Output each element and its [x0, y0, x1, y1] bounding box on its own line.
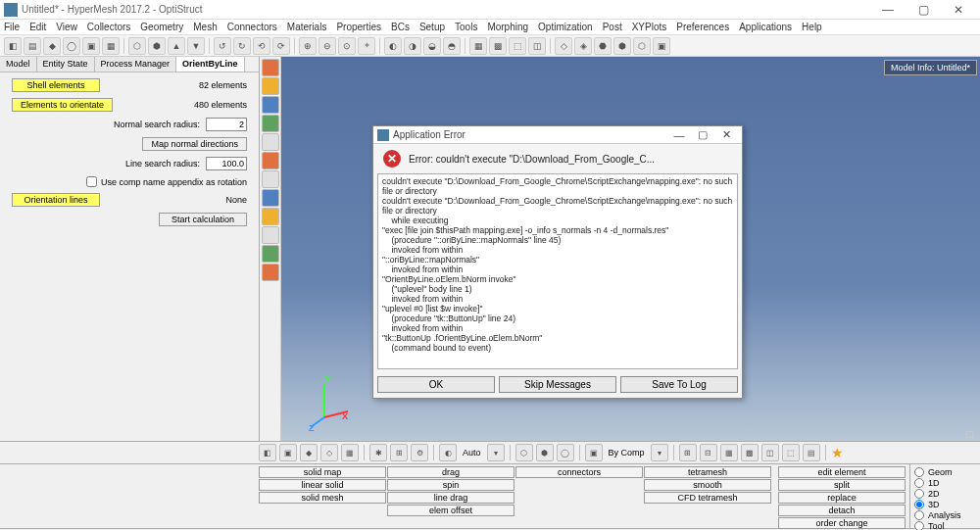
toolbar-icon[interactable]: ◯ [63, 37, 80, 55]
toolbar-icon[interactable]: ⬚ [509, 37, 526, 55]
cmd-cfd-tetramesh[interactable]: CFD tetramesh [644, 492, 771, 504]
vtool-icon[interactable] [262, 245, 279, 263]
save-to-log-button[interactable]: Save To Log [620, 376, 738, 393]
vtb-icon[interactable]: ▦ [341, 444, 359, 461]
vtb-icon[interactable]: ⬚ [782, 444, 800, 461]
vtool-icon[interactable] [262, 59, 279, 76]
line-search-radius-input[interactable] [206, 157, 247, 170]
toolbar-icon[interactable]: ▼ [187, 37, 205, 55]
toolbar-icon[interactable]: ⊖ [318, 37, 336, 55]
menu-post[interactable]: Post [603, 22, 622, 32]
cmd-smooth[interactable]: smooth [644, 479, 771, 491]
cmd-connectors[interactable]: connectors [515, 466, 643, 478]
menu-mesh[interactable]: Mesh [193, 22, 217, 32]
bycomp-label[interactable]: By Comp [606, 448, 648, 458]
toolbar-icon[interactable]: ⬢ [613, 37, 631, 55]
menu-collectors[interactable]: Collectors [87, 22, 130, 32]
radio-1d[interactable] [914, 478, 924, 488]
toolbar-icon[interactable]: ◈ [574, 37, 592, 55]
radio-geom[interactable] [914, 467, 924, 477]
tab-model[interactable]: Model [0, 57, 37, 72]
vtb-icon[interactable]: ◫ [761, 444, 779, 461]
cmd-split[interactable]: split [778, 479, 906, 491]
cmd-elem-offset[interactable]: elem offset [387, 505, 514, 516]
menu-file[interactable]: File [4, 22, 20, 32]
cmd-solid-map[interactable]: solid map [259, 466, 386, 478]
vtool-icon[interactable] [262, 170, 279, 188]
maximize-button[interactable]: ▢ [906, 3, 941, 17]
toolbar-icon[interactable]: ⊕ [299, 37, 317, 55]
toolbar-icon[interactable]: ↺ [214, 37, 231, 55]
vtool-icon[interactable] [262, 189, 279, 207]
vtb-icon[interactable]: ⊟ [700, 444, 717, 461]
orientation-lines-button[interactable]: Orientation lines [12, 193, 100, 207]
vtool-icon[interactable] [262, 208, 279, 225]
toolbar-icon[interactable]: ⟲ [253, 37, 270, 55]
tab-process-manager[interactable]: Process Manager [95, 57, 177, 72]
favorite-icon[interactable]: ★ [831, 445, 844, 460]
vtb-icon[interactable]: ◐ [439, 444, 457, 461]
toolbar-icon[interactable]: ⬡ [633, 37, 651, 55]
toolbar-icon[interactable]: ⟳ [272, 37, 290, 55]
vtool-icon[interactable] [262, 264, 279, 281]
vtb-icon[interactable]: ⬡ [515, 444, 533, 461]
menu-setup[interactable]: Setup [419, 22, 445, 32]
toolbar-icon[interactable]: ▦ [469, 37, 487, 55]
tab-orientbyline[interactable]: OrientByLine [176, 57, 245, 72]
menu-applications[interactable]: Applications [739, 22, 792, 32]
vtool-icon[interactable] [262, 152, 279, 169]
toolbar-icon[interactable]: ⌖ [358, 37, 375, 55]
vtb-icon[interactable]: ▣ [585, 444, 603, 461]
radio-analysis[interactable] [914, 510, 924, 520]
viewport-corner-icon[interactable]: ◱ [965, 429, 974, 439]
toolbar-icon[interactable]: ◫ [528, 37, 546, 55]
menu-edit[interactable]: Edit [29, 22, 46, 32]
toolbar-icon[interactable]: ◑ [404, 37, 421, 55]
vtb-icon[interactable]: ▤ [803, 444, 820, 461]
dialog-close-button[interactable]: ✕ [714, 128, 738, 141]
cmd-order-change[interactable]: order change [778, 517, 906, 529]
menu-preferences[interactable]: Preferences [676, 22, 729, 32]
normal-search-radius-input[interactable] [206, 118, 247, 131]
menu-optimization[interactable]: Optimization [538, 22, 593, 32]
start-calculation-button[interactable]: Start calculation [159, 213, 247, 226]
toolbar-icon[interactable]: ▣ [653, 37, 670, 55]
vtb-icon[interactable]: ▩ [741, 444, 759, 461]
menu-bcs[interactable]: BCs [391, 22, 410, 32]
cmd-solid-mesh[interactable]: solid mesh [259, 492, 386, 504]
vtb-icon[interactable]: ⚙ [411, 444, 428, 461]
menu-connectors[interactable]: Connectors [227, 22, 277, 32]
cmd-spin[interactable]: spin [387, 479, 514, 491]
cmd-replace[interactable]: replace [778, 492, 906, 504]
vtb-icon[interactable]: ✱ [369, 444, 387, 461]
toolbar-icon[interactable]: ◇ [555, 37, 572, 55]
cmd-edit-element[interactable]: edit element [778, 466, 906, 478]
menu-help[interactable]: Help [802, 22, 822, 32]
ok-button[interactable]: OK [377, 376, 495, 393]
vtool-icon[interactable] [262, 115, 279, 132]
shell-elements-button[interactable]: Shell elements [12, 78, 100, 92]
toolbar-icon[interactable]: ▤ [24, 37, 41, 55]
toolbar-icon[interactable]: ◒ [423, 37, 441, 55]
error-details-textarea[interactable]: couldn't execute "D:\Download_From_Googl… [377, 173, 738, 369]
toolbar-icon[interactable]: ⬢ [148, 37, 166, 55]
vtb-icon[interactable]: ▦ [720, 444, 738, 461]
minimize-button[interactable]: — [870, 3, 906, 17]
toolbar-icon[interactable]: ⬡ [128, 37, 146, 55]
dropdown-icon[interactable]: ▾ [651, 444, 668, 461]
vtool-icon[interactable] [262, 133, 279, 151]
tab-entity-state[interactable]: Entity State [37, 57, 95, 72]
vtb-icon[interactable]: ◆ [300, 444, 318, 461]
map-normal-directions-button[interactable]: Map normal directions [142, 137, 247, 151]
dialog-maximize-button[interactable]: ▢ [691, 128, 714, 141]
menu-morphing[interactable]: Morphing [487, 22, 528, 32]
dropdown-icon[interactable]: ▾ [487, 444, 505, 461]
vtb-icon[interactable]: ⊞ [679, 444, 697, 461]
radio-3d[interactable] [914, 500, 924, 509]
cmd-detach[interactable]: detach [778, 505, 906, 516]
use-comp-name-checkbox[interactable] [86, 176, 97, 187]
menu-geometry[interactable]: Geometry [140, 22, 183, 32]
vtb-icon[interactable]: ⊞ [390, 444, 408, 461]
cmd-linear-solid[interactable]: linear solid [259, 479, 386, 491]
vtool-icon[interactable] [262, 226, 279, 244]
